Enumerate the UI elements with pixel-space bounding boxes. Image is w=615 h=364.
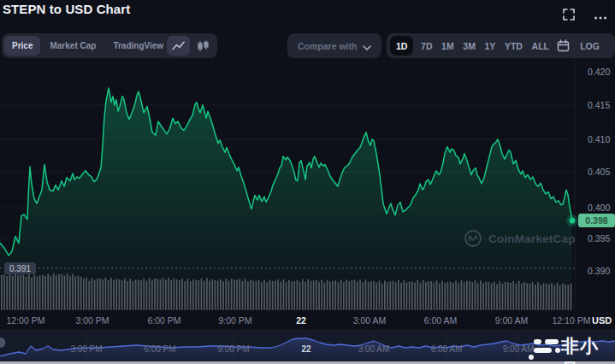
y-axis-unit-label: USD bbox=[592, 315, 612, 326]
x-axis-tick-label: 9:00 AM bbox=[495, 315, 529, 326]
price-tabs-group: Price Market Cap TradingView bbox=[2, 33, 174, 58]
tab-tradingview[interactable]: TradingView bbox=[105, 36, 171, 56]
range-1y[interactable]: 1Y bbox=[483, 36, 498, 56]
coinmarketcap-wordmark: CoinMarketCap bbox=[488, 232, 576, 245]
minimap-tick-label: 9:00 PM bbox=[217, 344, 249, 354]
minimap-tick-label: 22 bbox=[301, 344, 310, 354]
compare-with-dropdown[interactable]: Compare with bbox=[287, 33, 381, 58]
y-axis-tick-label: 0.420 bbox=[588, 67, 610, 77]
range-3m[interactable]: 3M bbox=[461, 36, 477, 56]
time-range-group: 1D 7D 1M 3M 1Y YTD ALL LOG bbox=[387, 33, 615, 58]
more-options-icon[interactable] bbox=[594, 9, 607, 24]
x-axis-tick-label: 3:00 PM bbox=[75, 315, 109, 326]
line-chart-icon[interactable] bbox=[167, 36, 190, 56]
x-axis-tick-label: 12:10 PM bbox=[553, 315, 591, 326]
minimap-tick-label: 3:00 AM bbox=[358, 344, 390, 354]
coinmarketcap-watermark: CoinMarketCap bbox=[464, 229, 576, 248]
range-7d[interactable]: 7D bbox=[419, 36, 434, 56]
minimap-tick-label: 6:00 AM bbox=[431, 344, 463, 354]
y-axis-tick-label: 0.405 bbox=[588, 167, 610, 177]
minimap-tick-label: 3:00 PM bbox=[70, 344, 102, 354]
range-1m[interactable]: 1M bbox=[440, 36, 456, 56]
y-axis-tick-label: 0.400 bbox=[588, 203, 610, 213]
range-1d[interactable]: 1D bbox=[390, 36, 413, 56]
y-axis-tick-label: 0.390 bbox=[588, 266, 610, 276]
range-ytd[interactable]: YTD bbox=[503, 36, 524, 56]
candlestick-icon[interactable] bbox=[192, 36, 215, 56]
x-axis-tick-label: 12:00 PM bbox=[7, 315, 45, 326]
range-all[interactable]: ALL bbox=[530, 36, 551, 56]
chart-type-group bbox=[164, 33, 217, 58]
x-axis-tick-label: 3:00 AM bbox=[353, 315, 387, 326]
chevron-down-icon bbox=[363, 38, 371, 54]
coinmarketcap-logo-icon bbox=[464, 229, 482, 248]
feixiaohao-wordmark: 非小号 bbox=[561, 334, 615, 364]
x-axis-tick-label: 9:00 PM bbox=[218, 315, 251, 326]
tab-price[interactable]: Price bbox=[4, 36, 40, 56]
feixiaohao-logo: 非小号 bbox=[527, 336, 615, 361]
page-title: STEPN to USD Chart bbox=[3, 2, 130, 16]
feixiaohao-logo-icon bbox=[534, 339, 541, 344]
fullscreen-icon[interactable] bbox=[563, 9, 575, 24]
current-price-badge: 0.398 bbox=[578, 214, 615, 227]
x-axis-tick-label: 22 bbox=[296, 315, 306, 326]
compare-with-label: Compare with bbox=[298, 41, 357, 51]
minimap-tick-label: 6:00 PM bbox=[144, 344, 175, 354]
current-price-dot bbox=[570, 218, 576, 224]
calendar-icon[interactable] bbox=[557, 39, 570, 52]
y-axis-tick-label: 0.395 bbox=[588, 233, 610, 244]
log-scale-button[interactable]: LOG bbox=[575, 40, 605, 52]
header-actions bbox=[563, 9, 607, 24]
x-axis-tick-label: 6:00 AM bbox=[424, 315, 458, 326]
y-axis-tick-label: 0.410 bbox=[588, 134, 610, 144]
price-area-series bbox=[0, 88, 578, 310]
x-axis-tick-label: 6:00 PM bbox=[147, 315, 180, 326]
stepn-chart-widget: STEPN to USD Chart Price Market Cap Trad… bbox=[0, 0, 615, 364]
y-axis-tick-label: 0.415 bbox=[588, 100, 610, 110]
day-low-badge: 0.391 bbox=[4, 262, 36, 274]
tab-market-cap[interactable]: Market Cap bbox=[42, 36, 103, 56]
